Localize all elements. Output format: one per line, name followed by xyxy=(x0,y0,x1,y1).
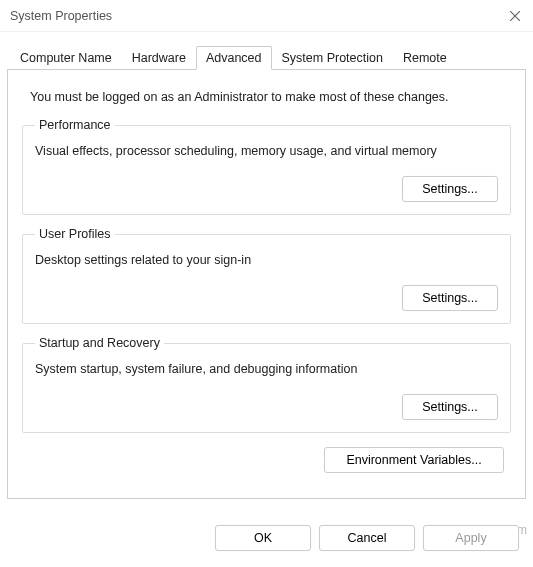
close-icon[interactable] xyxy=(505,6,525,26)
apply-button[interactable]: Apply xyxy=(423,525,519,551)
row-user-profiles-button: Settings... xyxy=(35,285,498,311)
ok-button[interactable]: OK xyxy=(215,525,311,551)
tab-remote[interactable]: Remote xyxy=(393,46,457,70)
desc-performance: Visual effects, processor scheduling, me… xyxy=(35,144,498,158)
desc-startup-recovery: System startup, system failure, and debu… xyxy=(35,362,498,376)
titlebar: System Properties xyxy=(0,0,533,32)
group-performance: Performance Visual effects, processor sc… xyxy=(22,118,511,215)
legend-user-profiles: User Profiles xyxy=(35,227,115,241)
tab-strip: Computer Name Hardware Advanced System P… xyxy=(0,32,533,70)
legend-performance: Performance xyxy=(35,118,115,132)
startup-recovery-settings-button[interactable]: Settings... xyxy=(402,394,498,420)
dialog-footer: OK Cancel Apply xyxy=(201,525,533,551)
tab-advanced[interactable]: Advanced xyxy=(196,46,272,70)
group-user-profiles: User Profiles Desktop settings related t… xyxy=(22,227,511,324)
row-performance-button: Settings... xyxy=(35,176,498,202)
user-profiles-settings-button[interactable]: Settings... xyxy=(402,285,498,311)
environment-variables-button[interactable]: Environment Variables... xyxy=(324,447,504,473)
legend-startup-recovery: Startup and Recovery xyxy=(35,336,164,350)
row-env-vars: Environment Variables... xyxy=(22,447,504,473)
group-startup-recovery: Startup and Recovery System startup, sys… xyxy=(22,336,511,433)
cancel-button[interactable]: Cancel xyxy=(319,525,415,551)
tab-hardware[interactable]: Hardware xyxy=(122,46,196,70)
tab-computer-name[interactable]: Computer Name xyxy=(10,46,122,70)
desc-user-profiles: Desktop settings related to your sign-in xyxy=(35,253,498,267)
tab-system-protection[interactable]: System Protection xyxy=(272,46,393,70)
window-title: System Properties xyxy=(10,9,112,23)
tab-panel-advanced: You must be logged on as an Administrato… xyxy=(7,69,526,499)
row-startup-recovery-button: Settings... xyxy=(35,394,498,420)
performance-settings-button[interactable]: Settings... xyxy=(402,176,498,202)
admin-notice: You must be logged on as an Administrato… xyxy=(30,90,511,104)
